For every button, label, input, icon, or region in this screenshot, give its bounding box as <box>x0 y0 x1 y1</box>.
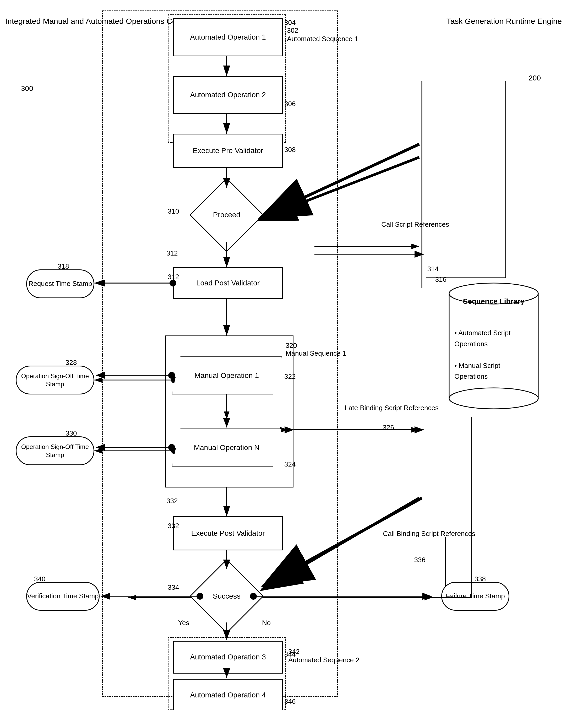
late-binding-label: Late Binding Script References <box>345 404 439 412</box>
request-ts-num: 318 <box>58 262 69 271</box>
op-signoff-ts-1-num: 328 <box>66 358 77 367</box>
op-signoff-ts-2-num: 330 <box>66 429 77 438</box>
manual-op-1-para: Manual Operation 1 <box>172 356 282 395</box>
proceed-label: Proceed <box>213 211 240 219</box>
sequence-library-label: Sequence Library <box>446 296 541 306</box>
call-binding-num: 336 <box>414 555 425 565</box>
sequence-library-items: • Automated Script Operations • Manual S… <box>455 328 533 382</box>
execute-post-validator-box: Execute Post Validator <box>173 516 283 550</box>
call-script-refs-label: Call Script References <box>381 220 449 229</box>
auto-seq-2-name: Automated Sequence 2 <box>288 655 360 665</box>
task-engine-num: 200 <box>529 73 541 83</box>
failure-ts-num: 338 <box>474 575 486 584</box>
auto-op-3-box: Automated Operation 3 <box>173 641 283 673</box>
post-validator-num: 332 <box>168 522 179 530</box>
verification-ts-num: 340 <box>34 575 45 584</box>
success-label: Success <box>213 592 241 600</box>
pre-validator-num: 308 <box>284 145 296 155</box>
auto-op-2-num: 306 <box>284 100 296 109</box>
verification-ts-oval: Verification Time Stamp <box>26 582 100 611</box>
auto-op-1-box: Automated Operation 1 <box>173 18 283 56</box>
system-number-label: 300 <box>21 84 33 93</box>
manual-op-1-num: 322 <box>284 372 296 381</box>
diagram: Integrated Manual and Automated Operatio… <box>0 0 588 710</box>
auto-op-1-num: 304 <box>284 18 296 27</box>
auto-seq-1-num: 302 <box>287 26 298 35</box>
auto-op-3-num: 344 <box>284 650 296 659</box>
load-post-num: 312 <box>168 273 179 282</box>
proceed-diamond-container: Proceed <box>200 189 253 241</box>
sequence-library-num: 316 <box>435 275 446 284</box>
no-label: No <box>262 618 271 628</box>
call-binding-refs-label: Call Binding Script References <box>383 529 475 538</box>
op-signoff-ts-1-oval: Operation Sign-Off Time Stamp <box>16 365 94 395</box>
manual-op-n-para: Manual Operation N <box>172 428 282 467</box>
yes-label: Yes <box>178 618 189 628</box>
svg-point-35 <box>449 388 538 409</box>
late-binding-num: 326 <box>383 423 394 432</box>
manual-op-n-num: 324 <box>284 460 296 469</box>
sequence-library: Sequence Library • Automated Script Oper… <box>446 275 541 417</box>
proceed-num: 310 <box>168 207 179 216</box>
success-diamond-container: Success <box>200 570 253 622</box>
failure-ts-oval: Failure Time Stamp <box>441 582 509 611</box>
load-post-validator-box: Load Post Validator <box>173 267 283 299</box>
task-engine-label: Task Generation Runtime Engine <box>446 16 562 27</box>
manual-seq-1-name: Manual Sequence 1 <box>286 349 346 358</box>
call-script-num: 314 <box>427 265 439 274</box>
auto-op-2-box: Automated Operation 2 <box>173 76 283 114</box>
auto-op-4-num: 346 <box>284 697 296 706</box>
auto-op-4-box: Automated Operation 4 <box>173 679 283 710</box>
execute-pre-validator-box: Execute Pre Validator <box>173 134 283 168</box>
request-time-stamp-oval: Request Time Stamp <box>26 269 94 298</box>
auto-seq-1-label: Automated Sequence 1 <box>287 34 358 44</box>
success-num: 334 <box>168 583 179 592</box>
op-signoff-ts-2-oval: Operation Sign-Off Time Stamp <box>16 436 94 465</box>
